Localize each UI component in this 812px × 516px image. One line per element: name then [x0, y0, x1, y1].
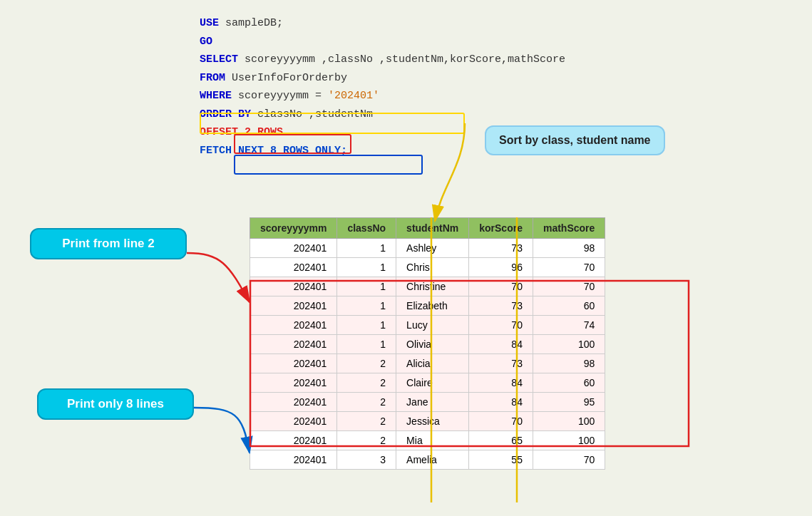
- cell-6-4: 98: [533, 354, 605, 373]
- col-scoreyyyymm: scoreyyyymm: [250, 218, 337, 239]
- cell-6-1: 2: [337, 354, 396, 373]
- table-row: 2024011Christine7070: [250, 277, 605, 296]
- data-table-container: scoreyyyymm classNo studentNm korScore m…: [250, 217, 605, 470]
- bubble-print-8-lines: Print only 8 lines: [37, 388, 194, 420]
- cell-3-2: Elizabeth: [396, 296, 469, 316]
- cell-10-0: 202401: [250, 431, 337, 450]
- table-row: 2024011Ashley7398: [250, 239, 605, 258]
- cell-8-0: 202401: [250, 393, 337, 412]
- sql-line-2: GO: [200, 33, 565, 51]
- cell-11-3: 55: [469, 450, 533, 470]
- cell-0-1: 1: [337, 239, 396, 258]
- cell-11-0: 202401: [250, 450, 337, 470]
- cell-1-4: 70: [533, 258, 605, 277]
- cell-8-3: 84: [469, 393, 533, 412]
- cell-7-2: Claire: [396, 373, 469, 393]
- cell-5-2: Olivia: [396, 335, 469, 354]
- cell-11-4: 70: [533, 450, 605, 470]
- cell-9-2: Jessica: [396, 412, 469, 431]
- sql-line-6: ORDER BY classNo ,studentNm: [200, 105, 565, 124]
- cell-9-1: 2: [337, 412, 396, 431]
- cell-4-1: 1: [337, 316, 396, 335]
- table-row: 2024012Mia65100: [250, 431, 605, 450]
- cell-5-1: 1: [337, 335, 396, 354]
- cell-7-1: 2: [337, 373, 396, 393]
- cell-7-4: 60: [533, 373, 605, 393]
- col-mathscore: mathScore: [533, 218, 605, 239]
- cell-2-4: 70: [533, 277, 605, 296]
- cell-9-3: 70: [469, 412, 533, 431]
- cell-2-2: Christine: [396, 277, 469, 296]
- cell-11-1: 3: [337, 450, 396, 470]
- sql-line-4: FROM UserInfoForOrderby: [200, 69, 565, 88]
- table-row: 2024013Amelia5570: [250, 450, 605, 470]
- cell-5-4: 100: [533, 335, 605, 354]
- cell-0-3: 73: [469, 239, 533, 258]
- arrow-8lines-blue: [194, 408, 250, 453]
- cell-8-4: 95: [533, 393, 605, 412]
- cell-1-3: 96: [469, 258, 533, 277]
- sql-select-kw: SELECT: [200, 53, 238, 66]
- cell-6-0: 202401: [250, 354, 337, 373]
- cell-3-3: 73: [469, 296, 533, 316]
- table-row: 2024012Jane8495: [250, 393, 605, 412]
- cell-4-2: Lucy: [396, 316, 469, 335]
- cell-0-2: Ashley: [396, 239, 469, 258]
- cell-10-1: 2: [337, 431, 396, 450]
- table-row: 2024011Lucy7074: [250, 316, 605, 335]
- bubble-line2-text: Print from line 2: [62, 237, 154, 250]
- arrow-line2-red: [187, 253, 250, 302]
- cell-8-1: 2: [337, 393, 396, 412]
- cell-4-0: 202401: [250, 316, 337, 335]
- table-row: 2024012Jessica70100: [250, 412, 605, 431]
- table-row: 2024012Alicia7398: [250, 354, 605, 373]
- cell-10-3: 65: [469, 431, 533, 450]
- cell-9-4: 100: [533, 412, 605, 431]
- cell-7-3: 84: [469, 373, 533, 393]
- cell-4-3: 70: [469, 316, 533, 335]
- sql-line-5: WHERE scoreyyyymm = '202401': [200, 87, 565, 105]
- table-row: 2024011Elizabeth7360: [250, 296, 605, 316]
- cell-2-1: 1: [337, 277, 396, 296]
- table-row: 2024011Chris9670: [250, 258, 605, 277]
- sort-tooltip-text: Sort by class, student name: [499, 134, 651, 146]
- sql-offset-kw: OFFSET 2 ROWS: [200, 126, 283, 138]
- cell-3-1: 1: [337, 296, 396, 316]
- cell-9-0: 202401: [250, 412, 337, 431]
- col-korscore: korScore: [469, 218, 533, 239]
- cell-8-2: Jane: [396, 393, 469, 412]
- sql-go-kw: GO: [200, 36, 212, 48]
- sort-tooltip: Sort by class, student name: [485, 125, 665, 155]
- bubble-8lines-text: Print only 8 lines: [67, 397, 164, 411]
- cell-3-4: 60: [533, 296, 605, 316]
- cell-10-4: 100: [533, 431, 605, 450]
- sql-fetch-kw: FETCH NEXT 8 ROWS ONLY;: [200, 145, 347, 157]
- cell-1-0: 202401: [250, 258, 337, 277]
- bubble-print-from-line2: Print from line 2: [30, 228, 187, 259]
- table-header-row: scoreyyyymm classNo studentNm korScore m…: [250, 218, 605, 239]
- sql-from-kw: FROM: [200, 72, 225, 84]
- col-studentnm: studentNm: [396, 218, 469, 239]
- cell-5-0: 202401: [250, 335, 337, 354]
- table-body: 2024011Ashley73982024011Chris96702024011…: [250, 239, 605, 470]
- cell-0-4: 98: [533, 239, 605, 258]
- cell-10-2: Mia: [396, 431, 469, 450]
- cell-6-2: Alicia: [396, 354, 469, 373]
- cell-4-4: 74: [533, 316, 605, 335]
- cell-5-3: 84: [469, 335, 533, 354]
- col-classno: classNo: [337, 218, 396, 239]
- sql-line-1: USE sampleDB;: [200, 14, 565, 33]
- cell-3-0: 202401: [250, 296, 337, 316]
- sql-order-kw: ORDER BY: [200, 108, 251, 120]
- sql-string-val: '202401': [328, 90, 379, 102]
- cell-2-0: 202401: [250, 277, 337, 296]
- table-row: 2024011Olivia84100: [250, 335, 605, 354]
- cell-11-2: Amelia: [396, 450, 469, 470]
- cell-7-0: 202401: [250, 373, 337, 393]
- sql-use-kw: USE: [200, 17, 219, 29]
- cell-1-2: Chris: [396, 258, 469, 277]
- sql-line-3: SELECT scoreyyyymm ,classNo ,studentNm,k…: [200, 51, 565, 69]
- table-row: 2024012Claire8460: [250, 373, 605, 393]
- cell-0-0: 202401: [250, 239, 337, 258]
- results-table: scoreyyyymm classNo studentNm korScore m…: [250, 217, 605, 470]
